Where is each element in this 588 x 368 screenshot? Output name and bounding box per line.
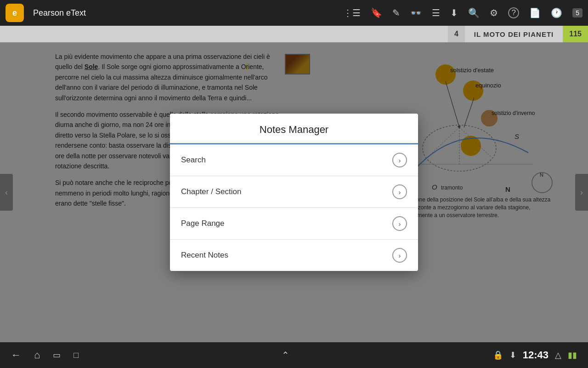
chapter-page: 115 — [563, 26, 588, 42]
modal-item-page-range-arrow: › — [392, 216, 407, 231]
bookmark-icon[interactable]: 🔖 — [371, 7, 382, 18]
history-icon[interactable]: 🕐 — [551, 7, 562, 18]
map-icon[interactable]: ☰ — [432, 7, 440, 18]
modal-item-search[interactable]: Search › — [170, 144, 418, 176]
chapter-bar-content: 4 IL MOTO DEI PIANETI 115 — [448, 26, 588, 42]
chapter-number: 4 — [448, 26, 465, 42]
notification-badge: 5 — [572, 8, 582, 17]
recent-apps-nav-icon[interactable]: ▭ — [53, 350, 61, 360]
glasses-icon[interactable]: 👓 — [410, 7, 422, 18]
modal-item-recent-notes-arrow: › — [392, 248, 407, 263]
modal-item-chapter[interactable]: Chapter / Section › — [170, 176, 418, 208]
document-icon[interactable]: 📄 — [529, 7, 541, 18]
clock-display: 12:43 — [523, 349, 548, 361]
modal-title: Notes Manager — [170, 114, 418, 143]
search-icon[interactable]: 🔍 — [468, 7, 480, 18]
lock-status-icon: 🔒 — [493, 350, 503, 360]
pen-icon[interactable]: ✎ — [392, 7, 400, 18]
signal-status-icon: △ — [555, 350, 561, 360]
modal-item-recent-notes-label: Recent Notes — [181, 251, 228, 260]
main-content: La più evidente movimento che appare a u… — [0, 42, 588, 342]
screenshot-nav-icon[interactable]: □ — [74, 351, 79, 360]
chevron-up-icon[interactable]: ⌃ — [282, 350, 289, 361]
home-nav-icon[interactable]: ⌂ — [34, 349, 40, 361]
bottom-center-icon[interactable]: ⌃ — [282, 350, 289, 361]
grid-icon[interactable]: ⋮☰ — [343, 7, 361, 18]
download-icon[interactable]: ⬇ — [450, 7, 458, 18]
bottom-nav-icons: ← ⌂ ▭ □ — [11, 349, 79, 361]
chapter-title: IL MOTO DEI PIANETI — [465, 26, 563, 42]
help-icon[interactable]: ? — [508, 7, 519, 18]
notes-manager-modal: Notes Manager Search › Chapter / Section… — [170, 114, 418, 271]
modal-item-page-range-label: Page Range — [181, 219, 225, 228]
modal-item-page-range[interactable]: Page Range › — [170, 208, 418, 240]
modal-item-chapter-arrow: › — [392, 184, 407, 199]
app-logo: e — [6, 4, 24, 22]
battery-status-icon: ▮▮ — [568, 350, 577, 360]
logo-text: e — [12, 8, 17, 18]
modal-item-search-arrow: › — [392, 153, 407, 167]
back-nav-icon[interactable]: ← — [11, 349, 21, 361]
bottom-bar: ← ⌂ ▭ □ ⌃ 🔒 ⬇ 12:43 △ ▮▮ — [0, 342, 588, 368]
modal-item-search-label: Search — [181, 155, 206, 165]
modal-item-chapter-label: Chapter / Section — [181, 187, 241, 196]
settings-icon[interactable]: ⚙ — [490, 7, 498, 18]
app-title: Pearson eText — [33, 8, 86, 18]
modal-item-recent-notes[interactable]: Recent Notes › — [170, 240, 418, 271]
bottom-status-area: 🔒 ⬇ 12:43 △ ▮▮ — [493, 349, 577, 361]
download-status-icon: ⬇ — [509, 350, 516, 360]
top-bar: e Pearson eText ⋮☰ 🔖 ✎ 👓 ☰ ⬇ 🔍 ⚙ ? 📄 🕐 5 — [0, 0, 588, 26]
chapter-bar: 4 IL MOTO DEI PIANETI 115 — [0, 26, 588, 42]
top-icons-group: ⋮☰ 🔖 ✎ 👓 ☰ ⬇ 🔍 ⚙ ? 📄 🕐 5 — [343, 7, 582, 18]
